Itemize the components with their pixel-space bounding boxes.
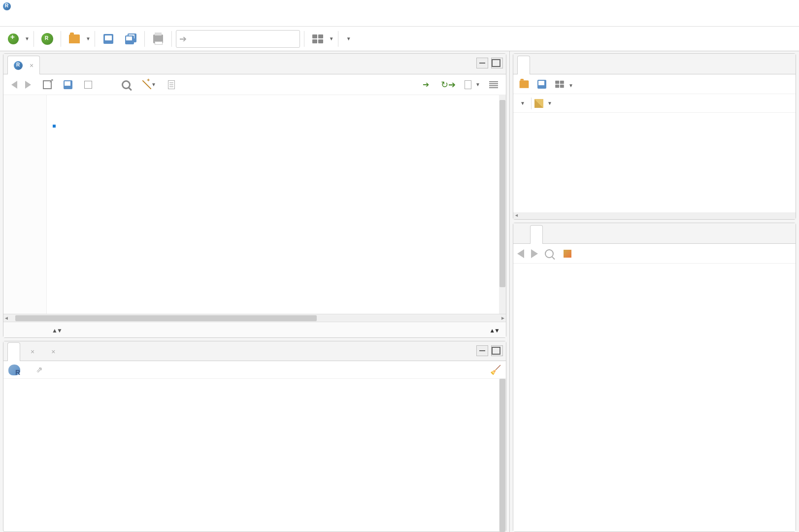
save-workspace-button[interactable] xyxy=(535,75,549,94)
addins-dropdown-icon[interactable]: ▼ xyxy=(346,36,351,41)
run-arrow-icon: ➔ xyxy=(423,80,429,89)
editor-horizontal-scrollbar[interactable]: ◄ ► xyxy=(3,314,506,322)
env-scope-bar: ▼ ▼ xyxy=(513,94,796,113)
console-vertical-scrollbar[interactable] xyxy=(499,379,506,532)
tab-plots[interactable] xyxy=(530,225,543,244)
save-all-icon xyxy=(125,33,137,44)
minimize-pane-button[interactable] xyxy=(476,58,488,68)
window-titlebar xyxy=(0,0,799,13)
popout-button[interactable] xyxy=(40,79,55,91)
console-tab-bar: × × xyxy=(3,341,506,361)
minimize-console-button[interactable] xyxy=(476,345,488,356)
editor-tab-file[interactable]: × xyxy=(7,56,40,74)
arrow-right-icon xyxy=(531,249,538,258)
plots-export-button[interactable] xyxy=(564,250,574,258)
main-toolbar: ▼ ▼ ➔ ▼ ▼ xyxy=(0,27,799,51)
nav-back-button[interactable] xyxy=(8,79,20,90)
goto-wd-button[interactable]: ⇗ xyxy=(36,365,42,374)
plots-next-button[interactable] xyxy=(531,249,538,258)
new-file-icon xyxy=(8,33,19,44)
close-jobs-button[interactable]: × xyxy=(51,348,55,356)
export-icon xyxy=(564,250,571,258)
editor-tab-bar: × xyxy=(3,54,506,74)
new-project-icon xyxy=(41,33,53,45)
line-gutter xyxy=(3,95,47,314)
goto-input-field[interactable] xyxy=(191,33,289,44)
open-recent-dropdown-icon[interactable]: ▼ xyxy=(86,36,91,41)
tab-console[interactable] xyxy=(7,342,20,361)
editor-vertical-scrollbar[interactable] xyxy=(499,95,506,314)
tab-help[interactable] xyxy=(556,225,568,243)
compile-report-button[interactable] xyxy=(165,79,178,91)
plots-tab-bar xyxy=(513,223,796,244)
plots-prev-button[interactable] xyxy=(517,249,524,258)
search-icon xyxy=(122,80,131,89)
grid-icon xyxy=(555,80,564,87)
save-button[interactable] xyxy=(99,30,118,48)
tab-jobs[interactable]: × xyxy=(41,342,62,361)
environment-scope-selector[interactable]: ▼ xyxy=(534,99,552,108)
open-file-button[interactable] xyxy=(65,30,84,48)
source-on-save-checkbox[interactable] xyxy=(81,79,97,90)
tab-history[interactable] xyxy=(530,55,543,74)
save-all-button[interactable] xyxy=(122,30,140,48)
function-scope[interactable]: ▲▼ xyxy=(52,325,489,335)
close-tab-button[interactable]: × xyxy=(30,62,33,69)
environment-list xyxy=(513,113,796,212)
close-terminal-button[interactable]: × xyxy=(31,348,34,356)
tab-packages[interactable] xyxy=(543,225,556,243)
env-tab-bar xyxy=(513,54,796,74)
new-project-button[interactable] xyxy=(38,30,57,48)
language-selector[interactable]: ▼ xyxy=(517,100,528,107)
tab-terminal[interactable]: × xyxy=(20,342,41,361)
code-tools-button[interactable]: ▼ xyxy=(139,79,159,91)
tab-files[interactable] xyxy=(517,225,530,243)
console-header: ⇗ 🧹 xyxy=(3,361,506,379)
environment-icon xyxy=(534,99,543,108)
r-logo-icon xyxy=(8,365,20,375)
plots-zoom-button[interactable] xyxy=(545,249,557,258)
arrow-left-icon xyxy=(517,249,524,258)
rstudio-logo-icon xyxy=(3,2,11,10)
document-icon xyxy=(168,80,175,89)
code-area[interactable] xyxy=(47,95,506,314)
pane-layout-button[interactable] xyxy=(308,30,327,48)
rerun-button[interactable]: ↻➔ xyxy=(438,78,459,92)
save-file-button[interactable] xyxy=(61,79,75,91)
source-button[interactable]: ▼ xyxy=(465,80,480,89)
folder-open-icon xyxy=(69,34,80,43)
pane-layout-dropdown-icon[interactable]: ▼ xyxy=(329,36,334,41)
rerun-icon: ↻➔ xyxy=(441,79,456,90)
clear-console-button[interactable]: 🧹 xyxy=(490,365,501,375)
language-mode[interactable]: ▲▼ xyxy=(489,325,499,335)
new-file-button[interactable] xyxy=(4,30,23,48)
maximize-pane-button[interactable] xyxy=(491,58,503,68)
code-editor[interactable] xyxy=(3,95,506,314)
arrow-right-icon xyxy=(25,81,31,89)
source-icon xyxy=(465,80,471,89)
maximize-console-button[interactable] xyxy=(491,345,503,356)
selection-highlight xyxy=(53,125,56,128)
import-dataset-button[interactable]: ▼ xyxy=(570,79,573,90)
goto-file-function-input[interactable]: ➔ xyxy=(176,30,300,48)
outline-button[interactable] xyxy=(486,80,501,90)
import-dataset-icon-button[interactable] xyxy=(553,75,566,94)
tab-environment[interactable] xyxy=(517,56,530,74)
load-workspace-button[interactable] xyxy=(517,75,531,94)
editor-statusbar: ▲▼ ▲▼ xyxy=(3,322,506,337)
env-toolbar: ▼ xyxy=(513,74,796,94)
tab-connections[interactable] xyxy=(543,55,556,74)
editor-toolbar: ▼ ➔ ↻➔ ▼ xyxy=(3,74,506,95)
nav-forward-button[interactable] xyxy=(22,79,34,90)
new-file-dropdown-icon[interactable]: ▼ xyxy=(25,36,30,41)
env-horizontal-scrollbar[interactable] xyxy=(513,212,796,219)
plots-toolbar xyxy=(513,244,796,264)
console-output[interactable] xyxy=(3,379,506,532)
find-button[interactable] xyxy=(119,79,133,91)
run-button[interactable]: ➔ xyxy=(423,80,432,89)
menu-bar xyxy=(0,13,799,27)
save-icon xyxy=(537,80,546,89)
checkbox-icon xyxy=(84,81,92,89)
zoom-icon xyxy=(545,249,554,258)
print-button[interactable] xyxy=(149,30,167,48)
